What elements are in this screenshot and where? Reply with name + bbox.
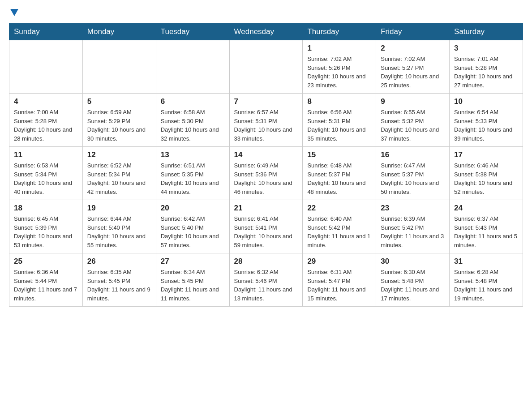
day-number: 30 bbox=[381, 257, 445, 266]
day-number: 17 bbox=[454, 150, 518, 159]
week-row-1: 1Sunrise: 7:02 AM Sunset: 5:26 PM Daylig… bbox=[9, 40, 523, 94]
day-number: 11 bbox=[14, 150, 78, 159]
day-number: 3 bbox=[454, 44, 518, 53]
week-row-5: 25Sunrise: 6:36 AM Sunset: 5:44 PM Dayli… bbox=[9, 253, 523, 307]
day-number: 19 bbox=[87, 204, 151, 213]
day-number: 16 bbox=[381, 150, 445, 159]
day-number: 27 bbox=[161, 257, 225, 266]
day-info: Sunrise: 6:42 AM Sunset: 5:40 PM Dayligh… bbox=[161, 214, 225, 249]
calendar-cell: 4Sunrise: 7:00 AM Sunset: 5:28 PM Daylig… bbox=[9, 94, 83, 147]
day-number: 28 bbox=[234, 257, 298, 266]
calendar-cell: 3Sunrise: 7:01 AM Sunset: 5:28 PM Daylig… bbox=[450, 40, 523, 94]
day-header-monday: Monday bbox=[82, 24, 156, 40]
day-info: Sunrise: 6:49 AM Sunset: 5:36 PM Dayligh… bbox=[234, 161, 298, 196]
calendar-table: SundayMondayTuesdayWednesdayThursdayFrid… bbox=[9, 23, 523, 307]
calendar-cell: 16Sunrise: 6:47 AM Sunset: 5:37 PM Dayli… bbox=[376, 147, 450, 200]
day-info: Sunrise: 6:56 AM Sunset: 5:31 PM Dayligh… bbox=[307, 108, 371, 143]
calendar-cell bbox=[82, 40, 156, 94]
calendar-cell: 8Sunrise: 6:56 AM Sunset: 5:31 PM Daylig… bbox=[303, 94, 376, 147]
day-number: 4 bbox=[14, 97, 78, 106]
day-header-wednesday: Wednesday bbox=[229, 24, 303, 40]
day-header-tuesday: Tuesday bbox=[156, 24, 229, 40]
week-row-4: 18Sunrise: 6:45 AM Sunset: 5:39 PM Dayli… bbox=[9, 200, 523, 253]
day-number: 14 bbox=[234, 150, 298, 159]
day-info: Sunrise: 6:37 AM Sunset: 5:43 PM Dayligh… bbox=[454, 214, 518, 249]
day-info: Sunrise: 6:48 AM Sunset: 5:37 PM Dayligh… bbox=[307, 161, 371, 196]
day-number: 2 bbox=[381, 44, 445, 53]
calendar-cell: 6Sunrise: 6:58 AM Sunset: 5:30 PM Daylig… bbox=[156, 94, 229, 147]
day-info: Sunrise: 6:36 AM Sunset: 5:44 PM Dayligh… bbox=[14, 268, 78, 303]
calendar-cell: 20Sunrise: 6:42 AM Sunset: 5:40 PM Dayli… bbox=[156, 200, 229, 253]
day-number: 6 bbox=[161, 97, 225, 106]
calendar-cell: 26Sunrise: 6:35 AM Sunset: 5:45 PM Dayli… bbox=[82, 253, 156, 307]
day-number: 7 bbox=[234, 97, 298, 106]
calendar-cell: 18Sunrise: 6:45 AM Sunset: 5:39 PM Dayli… bbox=[9, 200, 83, 253]
day-info: Sunrise: 6:40 AM Sunset: 5:42 PM Dayligh… bbox=[307, 214, 371, 249]
day-number: 10 bbox=[454, 97, 518, 106]
day-info: Sunrise: 6:51 AM Sunset: 5:35 PM Dayligh… bbox=[161, 161, 225, 196]
day-info: Sunrise: 6:55 AM Sunset: 5:32 PM Dayligh… bbox=[381, 108, 445, 143]
calendar-cell: 19Sunrise: 6:44 AM Sunset: 5:40 PM Dayli… bbox=[82, 200, 156, 253]
day-info: Sunrise: 6:31 AM Sunset: 5:47 PM Dayligh… bbox=[307, 268, 371, 303]
day-info: Sunrise: 6:34 AM Sunset: 5:45 PM Dayligh… bbox=[161, 268, 225, 303]
calendar-cell: 5Sunrise: 6:59 AM Sunset: 5:29 PM Daylig… bbox=[82, 94, 156, 147]
day-info: Sunrise: 6:54 AM Sunset: 5:33 PM Dayligh… bbox=[454, 108, 518, 143]
day-number: 12 bbox=[87, 150, 151, 159]
day-info: Sunrise: 6:35 AM Sunset: 5:45 PM Dayligh… bbox=[87, 268, 151, 303]
day-info: Sunrise: 6:53 AM Sunset: 5:34 PM Dayligh… bbox=[14, 161, 78, 196]
day-info: Sunrise: 6:39 AM Sunset: 5:42 PM Dayligh… bbox=[381, 214, 445, 249]
logo bbox=[9, 9, 18, 19]
calendar-header: SundayMondayTuesdayWednesdayThursdayFrid… bbox=[9, 24, 523, 40]
day-info: Sunrise: 6:45 AM Sunset: 5:39 PM Dayligh… bbox=[14, 214, 78, 249]
day-info: Sunrise: 7:02 AM Sunset: 5:26 PM Dayligh… bbox=[307, 55, 371, 90]
calendar-cell: 24Sunrise: 6:37 AM Sunset: 5:43 PM Dayli… bbox=[450, 200, 523, 253]
calendar-cell: 9Sunrise: 6:55 AM Sunset: 5:32 PM Daylig… bbox=[376, 94, 450, 147]
day-info: Sunrise: 6:32 AM Sunset: 5:46 PM Dayligh… bbox=[234, 268, 298, 303]
calendar-body: 1Sunrise: 7:02 AM Sunset: 5:26 PM Daylig… bbox=[9, 40, 523, 307]
calendar-cell: 23Sunrise: 6:39 AM Sunset: 5:42 PM Dayli… bbox=[376, 200, 450, 253]
calendar-cell: 25Sunrise: 6:36 AM Sunset: 5:44 PM Dayli… bbox=[9, 253, 83, 307]
day-number: 26 bbox=[87, 257, 151, 266]
day-number: 20 bbox=[161, 204, 225, 213]
calendar-cell: 17Sunrise: 6:46 AM Sunset: 5:38 PM Dayli… bbox=[450, 147, 523, 200]
day-header-friday: Friday bbox=[376, 24, 450, 40]
day-info: Sunrise: 7:02 AM Sunset: 5:27 PM Dayligh… bbox=[381, 55, 445, 90]
page-header bbox=[9, 9, 523, 19]
day-number: 15 bbox=[307, 150, 371, 159]
calendar-cell: 2Sunrise: 7:02 AM Sunset: 5:27 PM Daylig… bbox=[376, 40, 450, 94]
day-info: Sunrise: 6:28 AM Sunset: 5:48 PM Dayligh… bbox=[454, 268, 518, 303]
calendar-cell: 10Sunrise: 6:54 AM Sunset: 5:33 PM Dayli… bbox=[450, 94, 523, 147]
day-info: Sunrise: 7:00 AM Sunset: 5:28 PM Dayligh… bbox=[14, 108, 78, 143]
calendar-cell bbox=[229, 40, 303, 94]
day-number: 1 bbox=[307, 44, 371, 53]
calendar-cell: 12Sunrise: 6:52 AM Sunset: 5:34 PM Dayli… bbox=[82, 147, 156, 200]
week-row-3: 11Sunrise: 6:53 AM Sunset: 5:34 PM Dayli… bbox=[9, 147, 523, 200]
day-number: 13 bbox=[161, 150, 225, 159]
day-info: Sunrise: 6:52 AM Sunset: 5:34 PM Dayligh… bbox=[87, 161, 151, 196]
calendar-cell bbox=[9, 40, 83, 94]
calendar-cell bbox=[156, 40, 229, 94]
day-number: 9 bbox=[381, 97, 445, 106]
calendar-cell: 1Sunrise: 7:02 AM Sunset: 5:26 PM Daylig… bbox=[303, 40, 376, 94]
day-number: 18 bbox=[14, 204, 78, 213]
logo-triangle-icon bbox=[10, 9, 18, 19]
day-number: 8 bbox=[307, 97, 371, 106]
day-info: Sunrise: 6:47 AM Sunset: 5:37 PM Dayligh… bbox=[381, 161, 445, 196]
day-number: 21 bbox=[234, 204, 298, 213]
day-number: 22 bbox=[307, 204, 371, 213]
day-header-row: SundayMondayTuesdayWednesdayThursdayFrid… bbox=[9, 24, 523, 40]
calendar-cell: 15Sunrise: 6:48 AM Sunset: 5:37 PM Dayli… bbox=[303, 147, 376, 200]
day-header-sunday: Sunday bbox=[9, 24, 83, 40]
day-header-thursday: Thursday bbox=[303, 24, 376, 40]
calendar-cell: 30Sunrise: 6:30 AM Sunset: 5:48 PM Dayli… bbox=[376, 253, 450, 307]
calendar-cell: 31Sunrise: 6:28 AM Sunset: 5:48 PM Dayli… bbox=[450, 253, 523, 307]
day-number: 23 bbox=[381, 204, 445, 213]
day-info: Sunrise: 6:44 AM Sunset: 5:40 PM Dayligh… bbox=[87, 214, 151, 249]
day-info: Sunrise: 6:58 AM Sunset: 5:30 PM Dayligh… bbox=[161, 108, 225, 143]
day-number: 24 bbox=[454, 204, 518, 213]
calendar-cell: 21Sunrise: 6:41 AM Sunset: 5:41 PM Dayli… bbox=[229, 200, 303, 253]
day-number: 29 bbox=[307, 257, 371, 266]
day-number: 5 bbox=[87, 97, 151, 106]
calendar-cell: 11Sunrise: 6:53 AM Sunset: 5:34 PM Dayli… bbox=[9, 147, 83, 200]
day-info: Sunrise: 6:30 AM Sunset: 5:48 PM Dayligh… bbox=[381, 268, 445, 303]
